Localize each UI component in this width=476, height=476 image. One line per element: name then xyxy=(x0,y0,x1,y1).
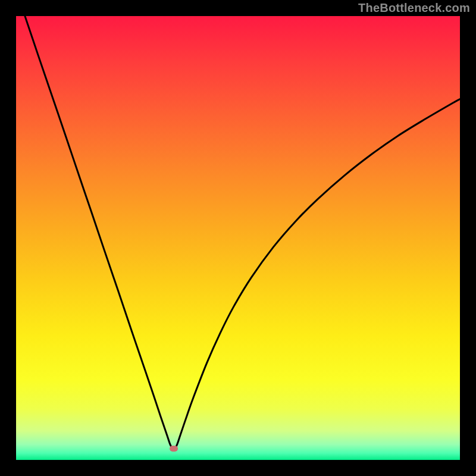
plot-area xyxy=(16,16,460,460)
watermark-text: TheBottleneck.com xyxy=(358,1,470,15)
optimal-marker xyxy=(170,446,178,452)
bottleneck-curve xyxy=(16,16,460,460)
chart-frame: TheBottleneck.com xyxy=(0,0,476,476)
